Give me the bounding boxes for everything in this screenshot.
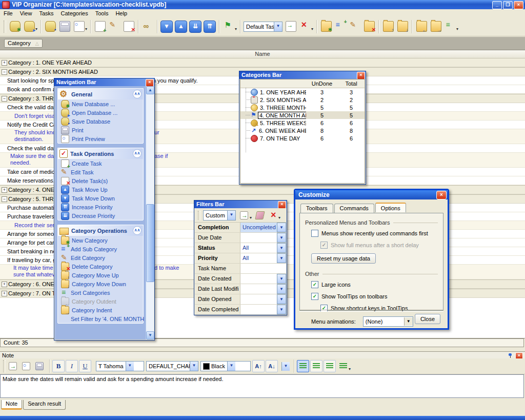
toolbar-overflow-icon[interactable]: ▾ [456, 27, 458, 31]
filter-field-label[interactable]: Due Date [195, 233, 240, 243]
nav-item-edit-category[interactable]: Edit Category [58, 253, 143, 262]
note-apply-button[interactable] [8, 360, 20, 372]
filters-overflow-icon[interactable]: ▾ [278, 215, 280, 220]
filter-value-cell[interactable]: Uncompleted [240, 223, 277, 232]
collapse-chevron-icon[interactable]: ∧∧ [133, 226, 142, 235]
menu-categories[interactable]: Categories [57, 10, 92, 16]
tab-note[interactable]: Note [1, 400, 22, 410]
menu-tasks[interactable]: Tasks [35, 10, 57, 16]
menus-recent-checkbox[interactable] [311, 230, 318, 237]
category-tree-row[interactable]: 3. THREE MONTHS AHEAD55 [240, 104, 365, 111]
undone-column-header[interactable]: UnDone [306, 81, 338, 87]
category-tree-row[interactable]: 1. ONE YEAR AHEAD33 [240, 88, 365, 96]
tab-options[interactable]: Options [375, 203, 406, 212]
apply-view-button[interactable] [284, 19, 298, 34]
filters-bar-close-button[interactable]: × [278, 201, 286, 209]
scroll-up-icon[interactable]: ▲ [146, 86, 154, 94]
filter-dropdown-icon[interactable]: ▼ [277, 223, 286, 232]
nav-item-delete-category[interactable]: Delete Category [58, 262, 143, 271]
sort-categories-button[interactable] [443, 19, 457, 34]
font-size-increase-button[interactable] [252, 360, 265, 372]
scrollbar-thumb[interactable] [146, 204, 154, 282]
navigation-bar-close-button[interactable]: × [146, 79, 154, 87]
filter-value-cell[interactable] [240, 274, 277, 284]
nav-item-new-database[interactable]: New Database ... [58, 99, 143, 108]
nav-item-new-category[interactable]: New Category [58, 236, 143, 245]
filter-dropdown-icon[interactable]: ▼ [277, 243, 286, 253]
underline-button[interactable]: U [79, 360, 91, 372]
category-row[interactable]: +Category : 1. ONE YEAR AHEAD [0, 58, 525, 67]
category-move-down-button[interactable] [395, 19, 410, 34]
new-database-button[interactable] [8, 19, 22, 34]
delete-view-button[interactable] [298, 19, 312, 34]
category-tree-row[interactable]: 6. ONE WEEK AHEAD88 [240, 127, 365, 134]
filter-value-cell[interactable] [240, 305, 277, 314]
italic-button[interactable]: I [66, 360, 78, 372]
view-dropdown-icon[interactable]: ▾ [311, 27, 313, 31]
nav-item-create-task[interactable]: Create Task [58, 159, 143, 168]
filter-value-cell[interactable] [240, 264, 286, 273]
task-move-down-button[interactable] [159, 19, 174, 34]
minimize-button[interactable]: _ [492, 1, 502, 9]
find-button[interactable] [140, 19, 155, 34]
note-toolbar-gripper[interactable] [3, 360, 6, 372]
edit-task-button[interactable] [107, 19, 122, 34]
menu-view[interactable]: View [16, 10, 36, 16]
menu-animations-dropdown-icon[interactable]: ▼ [404, 317, 413, 326]
customize-titlebar[interactable]: Customize × [295, 190, 448, 199]
menu-help[interactable]: Help [112, 10, 131, 16]
group-by-category-button[interactable]: Category △ [4, 39, 43, 48]
nav-section-header[interactable]: Category Operations∧∧ [58, 225, 143, 236]
font-family-dropdown-icon[interactable]: ▼ [126, 362, 134, 371]
note-print-button[interactable] [34, 360, 47, 372]
tooltips-checkbox[interactable]: ✓ [311, 293, 318, 300]
filter-value-cell[interactable]: All [240, 243, 277, 253]
filters-gripper[interactable] [198, 211, 200, 220]
category-tree-row[interactable]: 7. ON THE DAY66 [240, 134, 365, 142]
tab-toolbars[interactable]: Toolbars [300, 204, 333, 213]
collapse-chevron-icon[interactable]: ∧∧ [133, 90, 142, 98]
open-database-button[interactable] [22, 19, 36, 34]
filters-bar-titlebar[interactable]: Filters Bar × [194, 201, 287, 208]
delete-category-button[interactable] [362, 19, 376, 34]
charset-dropdown-icon[interactable]: ▼ [190, 362, 198, 371]
category-move-up-button[interactable] [381, 19, 395, 34]
filter-field-label[interactable]: Date Created [195, 274, 240, 284]
views-button[interactable] [221, 19, 236, 34]
category-tree-row[interactable]: 4. ONE MONTH AHEAD55 [240, 111, 365, 119]
pin-icon[interactable] [508, 352, 514, 358]
filter-value-cell[interactable] [240, 233, 277, 243]
expand-icon[interactable]: + [2, 291, 7, 296]
note-toolbar-overflow-icon[interactable]: ▾ [349, 367, 351, 371]
toolbar-gripper[interactable] [4, 21, 6, 33]
tab-search-result[interactable]: Search result [23, 400, 66, 410]
nav-item-increase-priority[interactable]: Increase Priority [58, 203, 143, 211]
categories-bar-close-button[interactable]: × [357, 72, 365, 79]
extra-dropdown-icon[interactable]: ▼ [281, 362, 290, 371]
categories-bar-titlebar[interactable]: Categories Bar × [239, 71, 366, 79]
filter-value-cell[interactable] [240, 284, 277, 294]
name-column-header[interactable]: Name [0, 50, 525, 58]
nav-item-decrease-priority[interactable]: Decrease Priority [58, 211, 143, 220]
nav-item-save-database[interactable]: Save Database [58, 117, 143, 126]
filter-field-label[interactable]: Date Completed [195, 305, 240, 314]
nav-item-add-sub-category[interactable]: Add Sub Category [58, 245, 143, 253]
category-indent-button[interactable] [429, 19, 443, 34]
nav-item-category-indent[interactable]: Category Indent [58, 306, 143, 314]
filter-field-label[interactable]: Completion [195, 223, 240, 232]
decrease-priority-button[interactable] [188, 19, 203, 34]
nav-item-print[interactable]: Print [58, 126, 143, 134]
delete-filter-icon[interactable] [270, 212, 277, 219]
new-category-button[interactable] [319, 19, 333, 34]
views-dropdown-icon[interactable]: ▾ [235, 27, 237, 31]
align-center-button[interactable] [310, 360, 322, 372]
nav-section-header[interactable]: Task Operations∧∧ [58, 148, 143, 159]
filter-dropdown-icon[interactable]: ▼ [277, 294, 286, 304]
font-size-decrease-button[interactable] [266, 360, 278, 372]
filter-dropdown-icon[interactable]: ▼ [277, 305, 286, 314]
add-sub-category-button[interactable] [333, 19, 348, 34]
print-button[interactable] [57, 19, 72, 34]
filter-preset-combo[interactable]: Custom ▼ [203, 210, 236, 221]
large-icons-checkbox[interactable]: ✓ [311, 281, 318, 288]
charset-combo[interactable]: DEFAULT_CHAR ▼ [146, 361, 198, 371]
